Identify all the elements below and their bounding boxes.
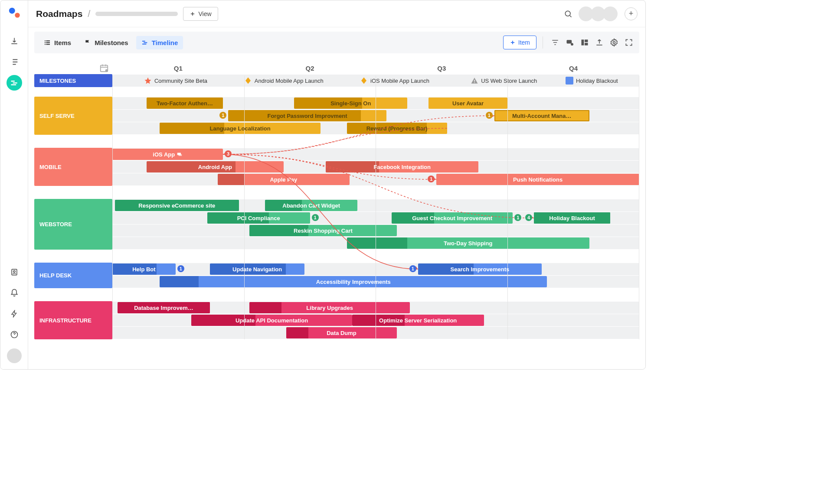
sidebar-bell-icon[interactable] — [7, 285, 22, 301]
timeline-bar[interactable]: Android App — [147, 161, 284, 172]
swimlane-webstore: WEBSTOREResponsive eCommerce siteAbandon… — [34, 199, 639, 250]
dependency-badge[interactable]: 1 — [486, 112, 493, 119]
track: PCI Compliance1Guest Checkout Improvemen… — [112, 212, 639, 224]
timeline-bar[interactable]: Update Navigation — [210, 263, 305, 275]
page-title: Roadmaps — [36, 9, 82, 19]
timeline-bar[interactable]: Database Improvem… — [118, 302, 210, 313]
timeline-bar[interactable]: Facebook Integration — [326, 161, 478, 172]
add-item-button[interactable]: Item — [503, 36, 536, 49]
track: Data Dump — [112, 327, 639, 339]
add-view-button[interactable]: View — [183, 7, 218, 21]
timeline-bar[interactable]: User Avatar — [428, 98, 507, 109]
milestone[interactable]: Holiday Blackout — [566, 75, 618, 86]
timeline-bar[interactable]: Single-Sign On — [294, 98, 407, 109]
sidebar-nav — [0, 0, 28, 369]
svg-rect-13 — [45, 44, 46, 45]
quarters-header: Q1Q2Q3Q4 — [34, 62, 639, 74]
view-tabs-bar: Items Milestones Timeline Item — [34, 32, 639, 53]
calendar-icon[interactable] — [99, 63, 109, 73]
svg-point-19 — [571, 43, 573, 46]
track: Accessibility Improvements — [112, 276, 639, 288]
swimlane-label: HELP DESK — [34, 263, 112, 288]
layout-icon[interactable] — [579, 36, 591, 49]
add-button[interactable]: + — [625, 7, 638, 20]
timeline-bar[interactable]: iOS App — [112, 149, 223, 160]
timeline-bar[interactable]: Responsive eCommerce site — [115, 200, 239, 211]
search-icon[interactable] — [562, 8, 574, 20]
svg-point-0 — [9, 8, 15, 14]
timeline-bar[interactable]: Search Improvements — [418, 263, 542, 275]
timeline-bar[interactable]: Holiday Blackout — [534, 212, 610, 224]
timeline-bar[interactable]: Reskin Shopping Cart — [249, 225, 397, 236]
timeline-bar[interactable]: Two-Day Shipping — [347, 237, 589, 249]
tab-items[interactable]: Items — [39, 36, 76, 49]
presence-avatar-3[interactable] — [603, 7, 618, 21]
sidebar-help-icon[interactable] — [7, 327, 22, 342]
timeline-bar[interactable]: Language Localization — [160, 123, 321, 134]
milestone[interactable]: Android Mobile App Launch — [244, 75, 324, 86]
track: Help Bot1Update NavigationSearch Improve… — [112, 263, 639, 275]
timeline-bar[interactable]: Reward (Progress Bar) — [347, 123, 447, 134]
fullscreen-icon[interactable] — [623, 36, 635, 49]
filter-icon[interactable] — [549, 36, 561, 49]
svg-rect-12 — [46, 42, 50, 43]
svg-rect-2 — [11, 81, 14, 82]
timeline-bar[interactable]: PCI Compliance — [207, 212, 310, 224]
track: Database Improvem…Library Upgrades — [112, 302, 639, 314]
quarter-header: Q2 — [244, 65, 376, 72]
tab-timeline-label: Timeline — [152, 39, 178, 46]
milestone[interactable]: US Web Store Launch — [471, 75, 537, 86]
dependency-badge[interactable]: 1 — [219, 112, 226, 119]
timeline-bar[interactable]: Two-Factor Authen… — [147, 98, 223, 109]
timeline-bar[interactable]: Guest Checkout Improvement — [392, 212, 513, 224]
dependency-badge[interactable]: 1 — [428, 176, 435, 182]
sidebar-download-icon[interactable] — [7, 33, 22, 49]
timeline-bar[interactable]: Data Dump — [286, 327, 397, 338]
track: Android AppFacebook Integration — [112, 161, 639, 173]
track: Update API DocumentationOptimize Server … — [112, 314, 639, 326]
dependency-badge[interactable]: 1 — [177, 265, 184, 272]
sidebar-contact-icon[interactable] — [7, 264, 22, 280]
swimlane-label: MOBILE — [34, 148, 112, 186]
timeline-bar[interactable]: Multi-Account Mana… — [494, 110, 589, 121]
sidebar-list-icon[interactable] — [7, 54, 22, 70]
share-icon[interactable] — [593, 36, 605, 49]
track: Two-Factor Authen…Single-Sign OnUser Ava… — [112, 97, 639, 109]
gear-icon[interactable] — [608, 36, 620, 49]
sidebar-bolt-icon[interactable] — [7, 306, 22, 322]
svg-rect-4 — [11, 84, 16, 85]
breadcrumb-separator: / — [88, 8, 90, 20]
dependency-badge[interactable]: 1 — [312, 214, 319, 221]
swimlane-label: INFRASTRUCTURE — [34, 301, 112, 339]
milestone[interactable]: Community Site Beta — [144, 75, 207, 86]
link-icon[interactable] — [564, 36, 576, 49]
dependency-badge[interactable]: 1 — [514, 214, 521, 221]
dependency-badge[interactable]: 4 — [525, 214, 532, 221]
tab-milestones[interactable]: Milestones — [79, 36, 134, 49]
timeline-bar[interactable]: Help Bot — [112, 263, 176, 275]
timeline-bar[interactable]: Forgot Password Improvment — [228, 110, 386, 121]
dependency-badge[interactable]: 1 — [409, 265, 416, 272]
add-view-label: View — [198, 10, 211, 17]
timeline-bar[interactable]: Accessibility Improvements — [160, 276, 547, 287]
milestones-label: MILESTONES — [34, 74, 112, 87]
milestone[interactable]: iOS Mobile App Launch — [360, 75, 429, 86]
milestone-row: MILESTONESCommunity Site BetaAndroid Mob… — [34, 74, 639, 87]
timeline-bar[interactable]: Push Notifications — [436, 174, 639, 185]
track: Reskin Shopping Cart — [112, 224, 639, 237]
svg-rect-16 — [144, 42, 147, 43]
dependency-badge[interactable]: 3 — [225, 150, 232, 157]
svg-rect-27 — [474, 82, 475, 83]
timeline-bar[interactable]: Abandon Cart Widget — [265, 200, 357, 211]
add-item-label: Item — [518, 39, 530, 46]
track: Responsive eCommerce siteAbandon Cart Wi… — [112, 199, 639, 211]
track: Apple PayPush Notifications1 — [112, 173, 639, 185]
timeline-bar[interactable]: Update API Documentation — [191, 315, 352, 326]
timeline-bar[interactable]: Library Upgrades — [249, 302, 410, 313]
svg-rect-17 — [142, 44, 146, 45]
sidebar-timeline-icon[interactable] — [7, 75, 22, 91]
timeline-bar[interactable]: Apple Pay — [218, 174, 350, 185]
user-avatar[interactable] — [7, 348, 22, 363]
timeline-bar[interactable]: Optimize Server Serialization — [352, 315, 484, 326]
tab-timeline[interactable]: Timeline — [136, 36, 183, 49]
